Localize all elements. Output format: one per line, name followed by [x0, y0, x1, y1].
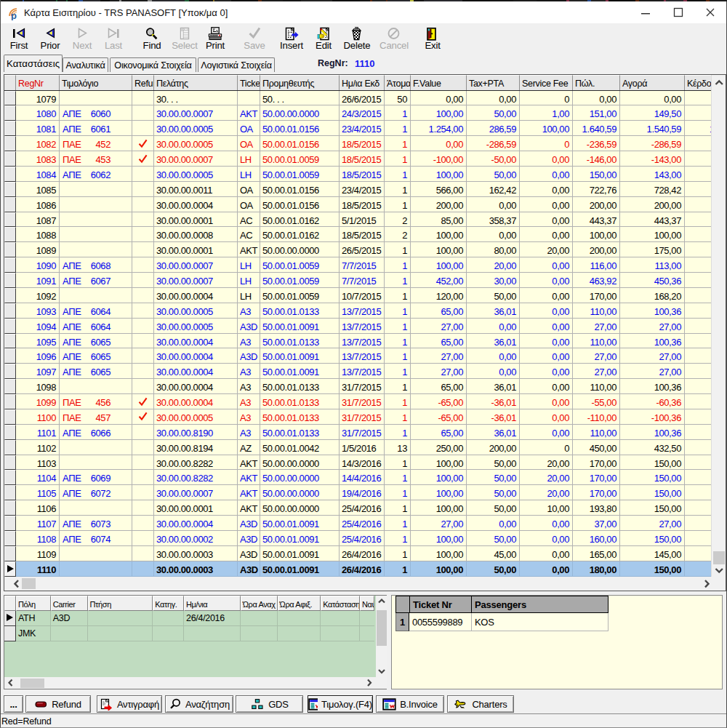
- svg-text:p: p: [11, 10, 17, 20]
